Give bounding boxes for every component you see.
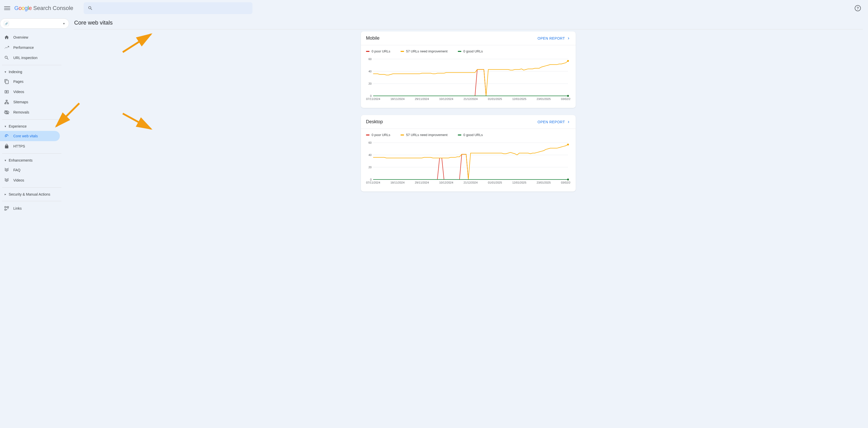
svg-text:10/12/2024: 10/12/2024 [439, 97, 453, 100]
sidebar-item-label: HTTPS [13, 144, 25, 148]
help-icon[interactable]: ? [855, 5, 861, 11]
chart-card-mobile: MobileOPEN REPORT0 poor URLs57 URLs need… [361, 31, 576, 108]
chevron-down-icon: ▼ [4, 71, 7, 73]
legend-item: 57 URLs need improvement [401, 133, 447, 137]
sidebar-item-label: Sitemaps [13, 100, 28, 104]
search-icon [4, 55, 9, 60]
chevron-down-icon: ▼ [4, 159, 7, 162]
sidebar-item-label: URL inspection [13, 56, 37, 60]
svg-point-39 [567, 179, 569, 180]
sidebar-item-overview[interactable]: Overview [0, 32, 60, 42]
section-label: Enhancements [9, 158, 32, 162]
svg-text:03/02/2025: 03/02/2025 [561, 181, 570, 184]
chart-area: 020406007/11/202418/11/202429/11/202410/… [361, 139, 576, 192]
sidebar-item-pages[interactable]: Pages [0, 76, 60, 87]
menu-icon[interactable] [4, 5, 10, 11]
sidebar-item-label: Removals [13, 110, 29, 114]
legend-label: 57 URLs need improvement [406, 133, 447, 137]
legend-item: 0 poor URLs [366, 50, 390, 53]
chevron-down-icon: ▼ [63, 22, 65, 25]
google-logo: Google [14, 5, 32, 11]
app-logo[interactable]: Google Search Console [14, 5, 73, 11]
svg-text:12/01/2025: 12/01/2025 [512, 181, 526, 184]
sidebar-item-faq[interactable]: FAQ [0, 165, 60, 175]
topbar: Google Search Console ? [0, 0, 868, 17]
svg-text:01/01/2025: 01/01/2025 [488, 181, 502, 184]
legend-label: 0 poor URLs [372, 133, 390, 137]
sidebar-item-url-inspection[interactable]: URL inspection [0, 53, 60, 63]
legend-label: 0 poor URLs [372, 50, 390, 53]
video-icon [4, 178, 9, 183]
sidebar-item-links[interactable]: Links [0, 203, 60, 213]
legend-item: 0 good URLs [458, 50, 483, 53]
svg-text:20: 20 [369, 166, 372, 169]
svg-text:0: 0 [370, 94, 372, 97]
pages-icon [4, 79, 9, 84]
section-security[interactable]: ▼ Security & Manual Actions [0, 190, 72, 199]
svg-text:20: 20 [369, 82, 372, 85]
links-icon [4, 206, 9, 211]
sidebar: 🔗 ▼ Overview Performance URL inspection … [0, 17, 72, 216]
legend-swatch [366, 51, 370, 52]
legend-item: 0 good URLs [458, 133, 483, 137]
card-title: Desktop [366, 119, 383, 125]
chevron-down-icon: ▼ [4, 125, 7, 128]
faq-icon [4, 167, 9, 172]
chevron-right-icon [566, 120, 570, 124]
search-input[interactable] [84, 2, 252, 14]
sidebar-item-sitemaps[interactable]: Sitemaps [0, 97, 60, 107]
legend-label: 0 good URLs [463, 50, 483, 53]
open-report-link[interactable]: OPEN REPORT [537, 120, 570, 124]
svg-text:01/01/2025: 01/01/2025 [488, 97, 502, 100]
section-experience[interactable]: ▼ Experience [0, 122, 72, 131]
svg-text:07/11/2024: 07/11/2024 [366, 97, 380, 100]
card-title: Mobile [366, 36, 379, 41]
sidebar-item-performance[interactable]: Performance [0, 42, 60, 53]
svg-text:40: 40 [369, 70, 372, 73]
sidebar-item-label: Videos [13, 90, 24, 94]
legend-label: 0 good URLs [463, 133, 483, 137]
chart-legend: 0 poor URLs57 URLs need improvement0 goo… [361, 45, 576, 55]
sidebar-item-core-web-vitals[interactable]: Core web vitals [0, 131, 60, 141]
svg-text:12/01/2025: 12/01/2025 [512, 97, 526, 100]
chevron-right-icon: ▼ [4, 193, 7, 196]
search-icon [88, 6, 93, 11]
chart-svg: 020406007/11/202418/11/202429/11/202410/… [366, 56, 570, 102]
sidebar-item-label: Performance [13, 45, 34, 50]
svg-text:10/12/2024: 10/12/2024 [439, 181, 453, 184]
chart-svg: 020406007/11/202418/11/202429/11/202410/… [366, 140, 570, 186]
chart-legend: 0 poor URLs57 URLs need improvement0 goo… [361, 129, 576, 139]
svg-text:21/12/2024: 21/12/2024 [463, 97, 477, 100]
sitemap-icon [4, 99, 9, 105]
main-content: Core web vitals MobileOPEN REPORT0 poor … [72, 17, 868, 216]
svg-text:60: 60 [369, 58, 372, 61]
svg-text:23/01/2025: 23/01/2025 [536, 97, 551, 100]
svg-point-19 [567, 95, 569, 97]
sidebar-item-label: Overview [13, 35, 28, 39]
svg-text:60: 60 [369, 141, 372, 144]
section-label: Experience [9, 124, 27, 128]
property-picker[interactable]: 🔗 ▼ [0, 19, 69, 29]
sidebar-item-label: Links [13, 206, 22, 210]
open-report-link[interactable]: OPEN REPORT [537, 36, 570, 40]
page-title: Core web vitals [74, 20, 863, 26]
section-label: Security & Manual Actions [9, 192, 51, 196]
section-enhancements[interactable]: ▼ Enhancements [0, 156, 72, 165]
video-icon [4, 89, 9, 94]
chart-area: 020406007/11/202418/11/202429/11/202410/… [361, 55, 576, 108]
property-icon: 🔗 [4, 21, 9, 26]
section-indexing[interactable]: ▼ Indexing [0, 67, 72, 76]
legend-item: 57 URLs need improvement [401, 50, 447, 53]
remove-icon [4, 110, 9, 115]
legend-label: 57 URLs need improvement [406, 50, 447, 53]
sidebar-item-https[interactable]: HTTPS [0, 141, 60, 151]
section-label: Indexing [9, 70, 22, 74]
svg-point-38 [567, 144, 569, 145]
svg-point-18 [567, 60, 569, 62]
sidebar-item-removals[interactable]: Removals [0, 107, 60, 117]
svg-text:03/02/2025: 03/02/2025 [561, 97, 570, 100]
sidebar-item-videos2[interactable]: Videos [0, 175, 60, 185]
svg-text:07/11/2024: 07/11/2024 [366, 181, 380, 184]
sidebar-item-videos[interactable]: Videos [0, 87, 60, 97]
sidebar-item-label: FAQ [13, 168, 21, 172]
